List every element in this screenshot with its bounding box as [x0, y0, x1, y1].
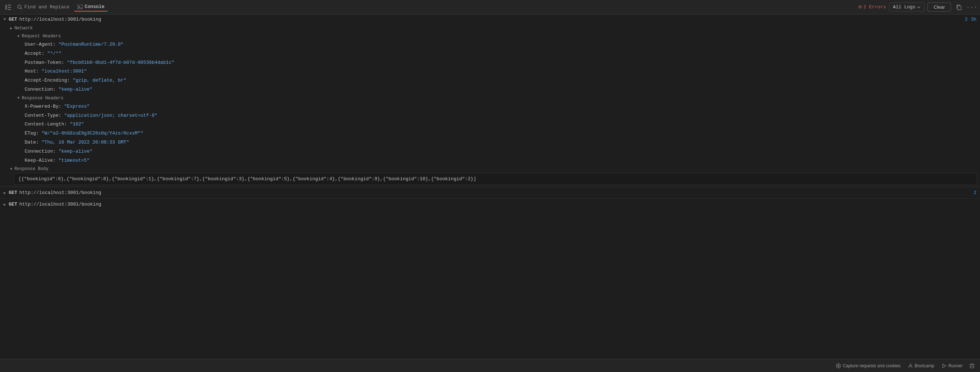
overflow-indicator: Sh: [971, 17, 976, 22]
runner-button[interactable]: Runner: [942, 363, 963, 368]
entry3-method: GET: [9, 201, 17, 207]
capture-icon: [836, 363, 841, 368]
svg-marker-12: [943, 364, 946, 368]
capture-requests-button[interactable]: Capture requests and cookies: [836, 363, 900, 368]
runner-icon: [942, 363, 947, 368]
network-label: Network: [14, 26, 33, 31]
prop-accept-encoding: Accept-Encoding: "gzip, deflate, br": [22, 76, 980, 85]
trash-button[interactable]: [970, 363, 974, 368]
console-icon: [78, 5, 83, 9]
error-icon: ⊘: [858, 4, 862, 11]
capture-label: Capture requests and cookies: [843, 363, 900, 368]
svg-rect-2: [8, 7, 11, 8]
response-body-content: [{"bookingid":6},{"bookingid":8},{"booki…: [14, 173, 977, 185]
response-headers-header[interactable]: ▼ Response Headers: [14, 94, 980, 102]
network-triangle: ▶: [10, 26, 12, 30]
response-headers-label: Response Headers: [22, 96, 64, 101]
toolbar-left: Find and Replace Console: [3, 2, 857, 12]
entry3-url: http://localhost:3001/booking: [19, 201, 101, 207]
prop-connection-res: Connection: "keep-alive": [22, 147, 980, 156]
prop-content-length: Content-Length: "162": [22, 120, 980, 129]
console-tab[interactable]: Console: [74, 3, 108, 11]
request-headers-body: User-Agent: "PostmanRuntime/7.29.0" Acce…: [14, 40, 980, 94]
svg-point-10: [838, 365, 840, 367]
svg-rect-13: [970, 364, 974, 368]
bootcamp-label: Bootcamp: [915, 363, 934, 368]
prop-keep-alive: Keep-Alive: "timeout=5": [22, 156, 980, 165]
response-body-section: ▼ Response Body [{"bookingid":6},{"booki…: [7, 165, 980, 186]
response-body-heading: Response Body: [14, 166, 49, 171]
bootcamp-icon: [908, 363, 913, 368]
response-headers-section: ▼ Response Headers X-Powered-By: "Expres…: [7, 94, 980, 165]
errors-badge: ⊘ 2 Errors: [858, 4, 886, 11]
toolbar-right: ⊘ 2 Errors All Logs Clear ···: [858, 2, 977, 12]
clear-button[interactable]: Clear: [928, 3, 951, 11]
all-logs-button[interactable]: All Logs: [889, 3, 924, 11]
errors-count: 2 Errors: [863, 4, 886, 10]
prop-connection-req: Connection: "keep-alive": [22, 85, 980, 94]
svg-point-4: [18, 5, 21, 8]
entry2-triangle: ▶: [4, 191, 6, 195]
response-body-label[interactable]: ▼ Response Body: [10, 166, 977, 171]
timestamp: 2: [965, 17, 967, 22]
copy-button[interactable]: [954, 2, 964, 12]
svg-line-5: [21, 8, 22, 10]
request-url: http://localhost:3001/booking: [19, 17, 101, 22]
prop-etag: ETag: "W/"a2-0hG8zuE9g3C26s0q/Y4zs/0cxsM…: [22, 129, 980, 138]
prop-x-powered-by: X-Powered-By: "Express": [22, 102, 980, 111]
svg-rect-6: [78, 5, 83, 9]
toolbar: Find and Replace Console ⊘ 2 Errors All …: [0, 0, 980, 14]
copy-icon: [956, 4, 962, 10]
more-icon: ···: [966, 4, 978, 11]
entry2-method: GET: [9, 190, 17, 195]
request-headers-triangle: ▼: [18, 34, 19, 38]
prop-accept: Accept: "*/*": [22, 49, 980, 58]
svg-rect-3: [8, 9, 11, 10]
prop-postman-token: Postman-Token: "fbcb61b0-0bd1-4f7d-b07d-…: [22, 58, 980, 67]
trash-icon: [970, 363, 974, 368]
log-body: ▶ Network ▼ Request Headers User-Agent: …: [0, 24, 980, 186]
network-section-header[interactable]: ▶ Network: [7, 24, 980, 32]
response-headers-body: X-Powered-By: "Express" Content-Type: "a…: [14, 102, 980, 165]
prop-user-agent: User-Agent: "PostmanRuntime/7.29.0": [22, 40, 980, 49]
log-entry-3[interactable]: ▶ GET http://localhost:3001/booking: [0, 198, 980, 210]
sidebar-toggle-button[interactable]: [3, 2, 13, 12]
request-headers-header[interactable]: ▼ Request Headers: [14, 32, 980, 40]
svg-rect-8: [958, 6, 961, 10]
expand-triangle: ▼: [4, 18, 6, 21]
prop-date: Date: "Thu, 10 Mar 2022 20:08:33 GMT": [22, 138, 980, 147]
chevron-down-icon: [917, 6, 921, 8]
response-body-triangle: ▼: [10, 167, 12, 171]
log-entry: ▼ GET http://localhost:3001/booking 2 Sh…: [0, 14, 980, 187]
all-logs-label: All Logs: [893, 4, 916, 10]
prop-content-type: Content-Type: "application/json; charset…: [22, 111, 980, 120]
more-options-button[interactable]: ···: [967, 2, 977, 12]
log-entry-2[interactable]: ▶ GET http://localhost:3001/booking 2: [0, 187, 980, 198]
console-content: ▼ GET http://localhost:3001/booking 2 Sh…: [0, 14, 980, 359]
find-replace-label: Find and Replace: [24, 4, 70, 10]
runner-label: Runner: [948, 363, 963, 368]
http-method: GET: [9, 17, 17, 22]
prop-host: Host: "localhost:3001": [22, 67, 980, 76]
request-headers-label: Request Headers: [22, 34, 61, 39]
response-headers-triangle: ▼: [18, 96, 19, 100]
search-icon: [18, 5, 22, 10]
bootcamp-button[interactable]: Bootcamp: [908, 363, 934, 368]
entry2-timestamp: 2: [974, 190, 976, 195]
find-replace-tab[interactable]: Find and Replace: [14, 3, 73, 11]
entry3-triangle: ▶: [4, 202, 6, 207]
status-bar: Capture requests and cookies Bootcamp Ru…: [0, 359, 980, 372]
entry2-url: http://localhost:3001/booking: [19, 190, 101, 195]
svg-rect-0: [5, 5, 7, 10]
console-label: Console: [85, 4, 105, 10]
request-headers-section: ▼ Request Headers User-Agent: "PostmanRu…: [7, 32, 980, 94]
log-header[interactable]: ▼ GET http://localhost:3001/booking 2 Sh: [0, 14, 980, 24]
svg-rect-1: [8, 5, 11, 5]
